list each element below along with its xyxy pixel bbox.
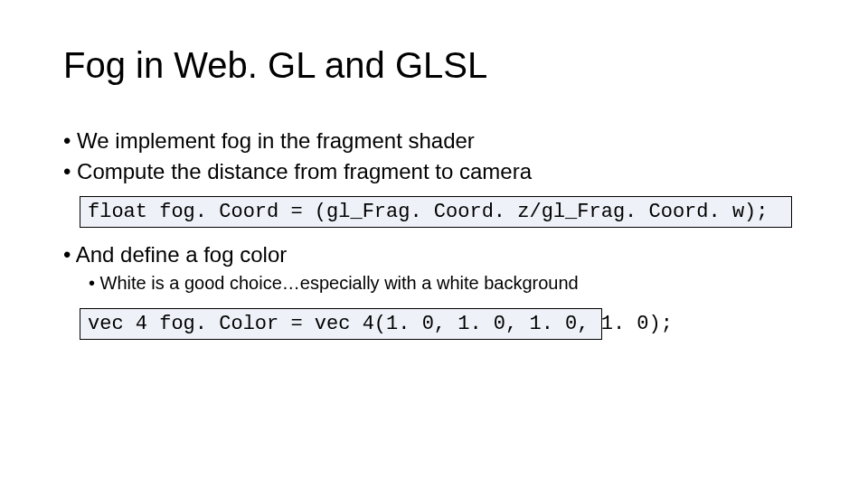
- slide: Fog in Web. GL and GLSL We implement fog…: [0, 0, 868, 488]
- bullet-white-choice: White is a good choice…especially with a…: [89, 271, 805, 296]
- bullet-compute-distance: Compute the distance from fragment to ca…: [63, 157, 805, 186]
- bullet-define-fog-color: And define a fog color: [63, 240, 805, 269]
- slide-body: We implement fog in the fragment shader …: [63, 127, 805, 352]
- bullet-implement-fog: We implement fog in the fragment shader: [63, 127, 805, 155]
- code-fog-color: vec 4 fog. Color = vec 4(1. 0, 1. 0, 1. …: [80, 308, 602, 340]
- code-fog-coord: float fog. Coord = (gl_Frag. Coord. z/gl…: [80, 196, 792, 228]
- slide-title: Fog in Web. GL and GLSL: [63, 45, 487, 86]
